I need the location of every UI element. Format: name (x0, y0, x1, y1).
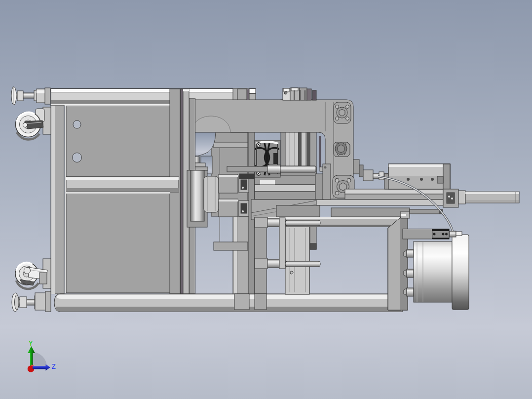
svg-text:Z: Z (52, 363, 56, 371)
svg-text:Y: Y (29, 340, 33, 348)
